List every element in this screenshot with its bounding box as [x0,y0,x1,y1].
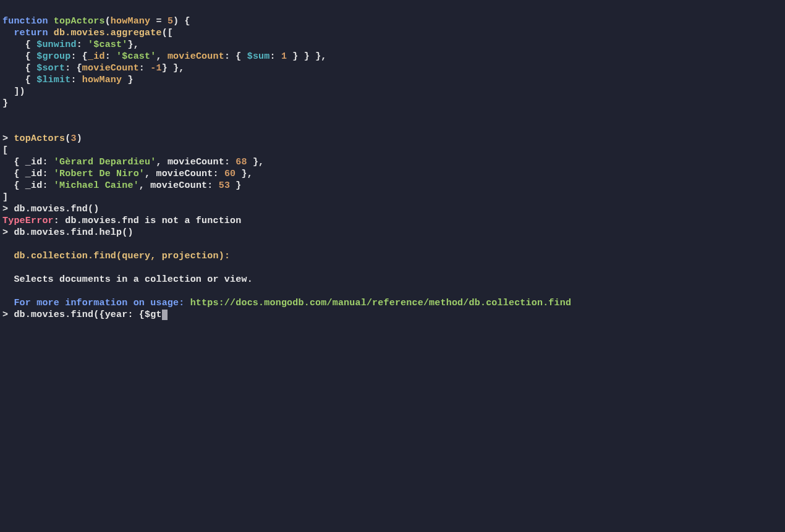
fn-sig-end: ) { [173,16,190,27]
fnd-call-line: > db.movies.fnd() [2,204,99,214]
fnd-call-text: db.movies.fnd() [14,204,99,214]
agg-close: ]) [14,87,25,97]
cursor-icon [162,310,168,320]
call-fn: topActors [14,133,65,144]
call-line: > topActors(3) [2,133,82,144]
howmany-ref: howMany [82,75,122,85]
code-line-4: { $group: {_id: '$cast', movieCount: { $… [2,51,327,62]
results-open: [ [2,145,8,156]
fn-param: howMany [111,16,150,27]
help-sig-prefix: db.collection.find [14,251,116,261]
code-line-5: { $sort: {movieCount: -1} }, [2,63,184,74]
fn-name: topActors [54,16,105,27]
results-close: ] [2,192,8,203]
result-mc-label-1: movieCount [168,157,224,167]
terminal[interactable]: function topActors(howMany = 5) { return… [0,0,785,324]
blank-line-1 [2,110,8,120]
result-mc-label-2: movieCount [156,169,213,179]
result-name-2: 'Robert De Niro' [54,169,145,179]
blank-line-2 [2,122,8,132]
help-sig-line: db.collection.find(query, projection): [2,251,230,261]
error-label: TypeError [2,216,54,226]
help-desc-line: Selects documents in a collection or vie… [2,274,253,285]
num-neg-one: -1 [150,63,161,74]
error-msg: : db.movies.fnd is not a function [54,216,242,226]
help-sig-colon: : [224,251,230,261]
fn-close: } [2,98,8,109]
call-arg: 3 [70,133,76,144]
result-row-2: { _id: 'Robert De Niro', movieCount: 60 … [2,169,253,179]
prompt-1: > [2,133,14,144]
num-one: 1 [281,51,287,62]
code-line-8: } [2,98,8,109]
result-row-3: { _id: 'Michael Caine', movieCount: 53 } [2,180,242,191]
blank-line-4 [2,263,8,273]
help-sig-args: (query, projection) [116,251,224,261]
fn-default: 5 [168,16,173,27]
keyword-return: return [14,28,48,38]
moviecount-key-1: movieCount [168,51,224,62]
op-limit: $limit [36,75,70,85]
help-call-text: db.movies.find.help() [14,227,133,238]
result-mc-label-3: movieCount [150,180,207,191]
input-text: db.movies.find({year: {$gt [14,310,161,320]
agg-open: ([ [162,28,173,38]
help-more-info: For more information on usage: [14,298,184,308]
db-agg: db.movies.aggregate [54,28,162,38]
op-group: $group [36,51,70,62]
result-count-3: 53 [219,180,230,191]
op-sort: $sort [36,63,65,74]
id-key-1: _id [88,51,105,62]
input-line[interactable]: > db.movies.find({year: {$gt [2,310,168,320]
blank-line-5 [2,286,8,297]
prompt-4: > [2,310,14,320]
cast-str-2: '$cast' [116,51,156,62]
op-unwind: $unwind [36,40,76,50]
moviecount-key-2: movieCount [82,63,139,74]
help-more-line: For more information on usage: https://d… [2,298,571,308]
fn-eq: = [150,16,168,27]
code-line-2: return db.movies.aggregate([ [2,28,173,38]
error-line: TypeError: db.movies.fnd is not a functi… [2,216,241,226]
call-close: ) [77,133,82,144]
code-line-1: function topActors(howMany = 5) { [2,16,190,27]
code-line-6: { $limit: howMany } [2,75,134,85]
code-line-7: ]) [2,87,25,97]
help-desc: Selects documents in a collection or vie… [14,274,252,285]
help-url: https://docs.mongodb.com/manual/referenc… [190,298,572,308]
code-line-3: { $unwind: '$cast'}, [2,40,139,50]
result-id-label-3: _id [25,180,43,191]
prompt-3: > [2,227,14,238]
cast-str-1: '$cast' [88,40,127,50]
prompt-2: > [2,204,14,214]
result-name-1: 'Gèrard Depardieu' [54,157,156,167]
result-id-label-2: _id [25,169,43,179]
help-url-link[interactable]: https://docs.mongodb.com/manual/referenc… [190,298,572,308]
result-count-2: 60 [224,169,236,179]
help-call-line: > db.movies.find.help() [2,227,134,238]
keyword-function: function [2,16,48,27]
blank-line-3 [2,239,8,250]
result-id-label-1: _id [25,157,43,167]
op-sum: $sum [247,51,270,62]
result-name-3: 'Michael Caine' [54,180,139,191]
result-row-1: { _id: 'Gèrard Depardieu', movieCount: 6… [2,157,264,167]
result-count-1: 68 [236,157,247,167]
